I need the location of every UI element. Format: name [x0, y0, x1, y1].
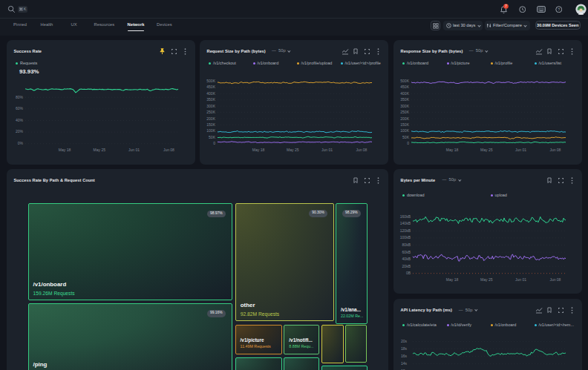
svg-text:7: 7: [505, 4, 507, 8]
svg-text:?: ?: [558, 7, 560, 11]
